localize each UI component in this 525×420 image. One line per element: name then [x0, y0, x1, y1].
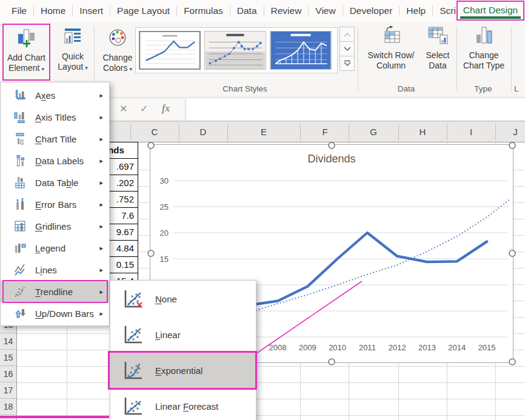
- column-header-d[interactable]: D: [194, 122, 212, 142]
- menu-item-data-table[interactable]: Data Table▸: [1, 172, 109, 193]
- gallery-scroll-down-button[interactable]: [339, 41, 355, 56]
- tab-home[interactable]: Home: [34, 0, 72, 22]
- menu-item-gridlines[interactable]: Gridlines▸: [1, 215, 109, 237]
- menu-item-legend[interactable]: Legend▸: [1, 237, 109, 259]
- selection-handle[interactable]: [509, 142, 515, 148]
- gallery-scroll-up-button[interactable]: [339, 27, 355, 42]
- submenu-item-linear[interactable]: Linear: [110, 317, 256, 353]
- selection-handle[interactable]: [329, 359, 335, 365]
- insert-function-icon[interactable]: fx: [162, 103, 170, 114]
- menu-item-trendline[interactable]: Trendline▸: [1, 281, 109, 302]
- submenu-arrow-icon: ▸: [99, 113, 103, 121]
- chart-style-3-thumbnail[interactable]: [270, 31, 332, 70]
- menu-item-label: Linear Forecast: [155, 401, 218, 412]
- tab-data[interactable]: Data: [230, 0, 264, 22]
- column-header-j[interactable]: J: [506, 122, 524, 142]
- y-axis-label: 15: [160, 255, 169, 264]
- chart-styles-gallery: [135, 27, 338, 73]
- change-chart-type-button[interactable]: Change Chart Type: [459, 25, 509, 72]
- column-header-f[interactable]: F: [316, 122, 334, 142]
- annotation-connector-line: [255, 279, 363, 356]
- change-colors-icon: [107, 27, 129, 51]
- chart-style-2-thumbnail[interactable]: [204, 31, 266, 70]
- column-header-g[interactable]: G: [364, 122, 383, 142]
- enter-icon[interactable]: ✓: [140, 103, 148, 115]
- group-separator: [456, 27, 457, 91]
- column-separator: [349, 124, 349, 140]
- formula-input[interactable]: [186, 99, 525, 120]
- row-header-18[interactable]: 18: [0, 399, 17, 415]
- menu-item-chart-title[interactable]: Chart Title▸: [1, 128, 109, 150]
- selection-handle[interactable]: [509, 250, 515, 256]
- column-separator: [447, 124, 447, 140]
- menu-item-data-labels[interactable]: Data Labels▸: [1, 150, 109, 172]
- selection-handle[interactable]: [148, 250, 154, 256]
- menu-item-label: Up/Down Bars: [35, 308, 94, 319]
- selection-handle[interactable]: [509, 359, 515, 365]
- selection-handle[interactable]: [329, 142, 335, 148]
- submenu-arrow-icon: ▸: [99, 288, 103, 296]
- gallery-scroll-controls: [339, 27, 355, 71]
- active-tab-label: Chart Design: [463, 5, 518, 15]
- column-header-h[interactable]: H: [413, 122, 432, 142]
- submenu-arrow-icon: ▸: [99, 244, 103, 252]
- chart-styles-group-label: Chart Styles: [135, 84, 355, 93]
- submenu-item-linear-forecast[interactable]: Linear Forecast: [110, 388, 256, 420]
- column-header-c[interactable]: C: [145, 122, 164, 142]
- tab-view[interactable]: View: [309, 0, 342, 22]
- quick-layout-button[interactable]: Quick Layout▾: [53, 25, 92, 79]
- tab-insert[interactable]: Insert: [73, 0, 110, 22]
- chart-style-1-thumbnail[interactable]: [139, 31, 201, 70]
- gallery-more-button[interactable]: [339, 56, 355, 71]
- switch-row-column-button[interactable]: Switch Row/ Column: [364, 25, 418, 72]
- tab-formulas[interactable]: Formulas: [177, 0, 230, 22]
- change-chart-type-icon: [473, 25, 495, 48]
- dropdown-caret-icon: ▾: [41, 66, 44, 72]
- y-axis-label: 25: [160, 202, 169, 212]
- tab-review[interactable]: Review: [264, 0, 309, 22]
- submenu-arrow-icon: ▸: [99, 310, 103, 318]
- submenu-arrow-icon: ▸: [99, 222, 103, 230]
- tab-file[interactable]: File: [5, 0, 33, 22]
- updown-bars-icon: [14, 307, 26, 319]
- tab-chart-design[interactable]: Chart Design: [456, 1, 524, 21]
- menu-item-label: Exponential: [155, 365, 202, 376]
- trendline-icon: [14, 285, 26, 298]
- column-separator: [495, 124, 496, 140]
- row-header-15[interactable]: 15: [0, 350, 17, 366]
- submenu-item-none[interactable]: None: [110, 281, 256, 317]
- menu-item-error-bars[interactable]: Error Bars▸: [1, 193, 109, 215]
- submenu-arrow-icon: ▸: [99, 157, 103, 165]
- row-header-17[interactable]: 17: [0, 382, 17, 399]
- lines-icon: [14, 264, 26, 276]
- menu-item-axes[interactable]: Axes▸: [1, 84, 109, 106]
- column-separator: [227, 124, 228, 140]
- tab-page-layout[interactable]: Page Layout: [110, 0, 176, 22]
- column-separator: [130, 124, 131, 140]
- cancel-icon[interactable]: ✕: [119, 103, 127, 115]
- dropdown-caret-icon: ▾: [85, 65, 88, 71]
- submenu-item-exponential[interactable]: Exponential: [110, 353, 256, 388]
- menu-item-up-down-bars[interactable]: Up/Down Bars▸: [1, 302, 109, 324]
- column-header-e[interactable]: E: [255, 122, 273, 142]
- ribbon-tab-bar: FileHomeInsertPage LayoutFormulasDataRev…: [0, 0, 525, 22]
- menu-item-label: Gridlines: [35, 221, 71, 232]
- menu-item-label: Error Bars: [35, 199, 76, 210]
- gridlines-icon: [14, 220, 26, 232]
- change-colors-button[interactable]: Change Colors▾: [97, 25, 138, 79]
- quick-layout-label: Quick Layout: [58, 52, 84, 72]
- column-header-i[interactable]: I: [462, 122, 480, 142]
- tab-developer[interactable]: Developer: [343, 0, 400, 22]
- excel-window: FileHomeInsertPage LayoutFormulasDataRev…: [0, 0, 525, 420]
- change-chart-type-label: Change Chart Type: [463, 50, 504, 71]
- selection-handle[interactable]: [148, 142, 154, 148]
- select-data-button[interactable]: Select Data: [418, 25, 457, 72]
- select-data-label: Select Data: [426, 50, 450, 71]
- menu-item-axis-titles[interactable]: Axis Titles▸: [1, 106, 109, 128]
- menu-item-lines[interactable]: Lines▸: [1, 259, 109, 281]
- row-header-14[interactable]: 14: [0, 333, 17, 350]
- tab-help[interactable]: Help: [400, 0, 432, 22]
- add-chart-element-button[interactable]: Add Chart Element▾: [2, 24, 50, 81]
- add-chart-element-icon: [16, 28, 37, 51]
- row-header-16[interactable]: 16: [0, 366, 17, 382]
